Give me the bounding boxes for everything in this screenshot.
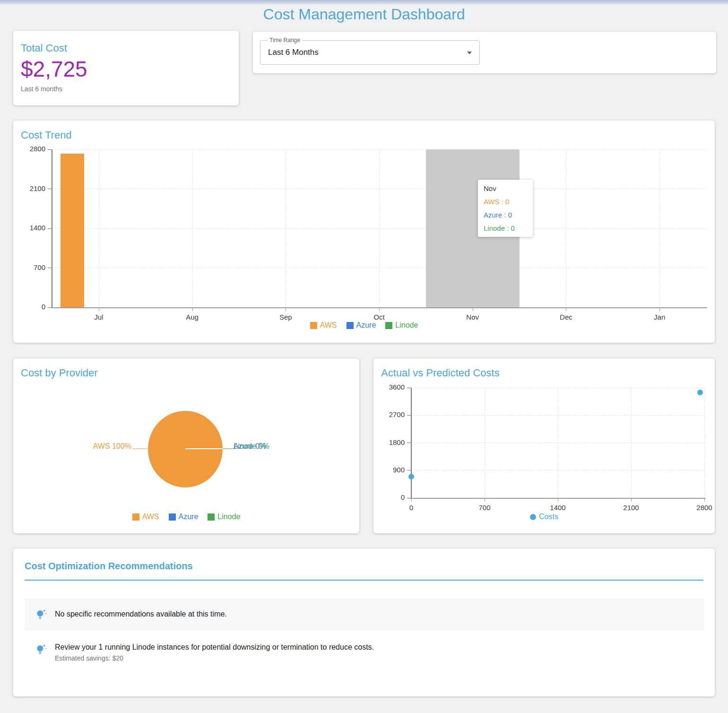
x-axis-label: Jan — [641, 313, 678, 321]
recommendations-divider — [25, 580, 703, 581]
legend-label: AWS — [142, 513, 159, 521]
chevron-down-icon — [467, 52, 472, 54]
tooltip-row: Linode : 0 — [484, 224, 527, 232]
gridline — [566, 149, 566, 307]
y-axis-label: 0 — [376, 493, 405, 501]
legend-label: Azure — [179, 513, 199, 521]
y-tick — [48, 189, 52, 189]
legend-item-aws[interactable]: AWS — [132, 513, 159, 521]
legend-square-icon — [169, 513, 176, 521]
total-cost-period: Last 6 months — [21, 85, 62, 93]
x-tick — [704, 498, 705, 502]
gridline — [192, 149, 193, 307]
actual-vs-predicted-legend: Costs — [373, 513, 715, 521]
x-axis-label: Dec — [547, 313, 585, 321]
legend-circle-icon — [530, 514, 536, 520]
legend-square-icon — [208, 513, 215, 521]
y-axis — [52, 149, 52, 307]
y-axis-label: 0 — [17, 303, 45, 311]
x-axis-label: 700 — [470, 504, 499, 512]
tooltip-row: Azure : 0 — [484, 211, 527, 219]
legend-label: Linode — [395, 321, 418, 330]
y-tick — [407, 388, 411, 388]
time-range-card: Time Range Last 6 Months — [253, 32, 716, 73]
y-tick — [48, 149, 52, 150]
x-axis-label: 2800 — [690, 504, 719, 512]
cost-trend-plot[interactable]: 0700140021002800JulAugSepOctNovDecJanNov… — [52, 149, 706, 307]
gridline — [704, 388, 705, 498]
x-axis-label: 1400 — [544, 504, 572, 512]
time-range-select[interactable]: Time Range Last 6 Months — [260, 40, 480, 65]
legend-item-aws[interactable]: AWS — [310, 321, 337, 330]
scatter-point[interactable] — [697, 390, 703, 395]
recommendation-text: No specific recommendations available at… — [55, 610, 227, 618]
total-cost-title: Total Cost — [21, 42, 67, 54]
recommendation-item: No specific recommendations available at… — [25, 599, 704, 630]
cost-by-provider-card: Cost by Provider AWS 100%Linode 0%Azure … — [13, 358, 359, 533]
legend-item-azure[interactable]: Azure — [347, 321, 376, 330]
cost-by-provider-legend: AWSAzureLinode — [13, 513, 359, 521]
legend-item-linode[interactable]: Linode — [385, 321, 418, 330]
cost-by-provider-plot[interactable]: AWS 100%Linode 0%Azure 0% — [13, 358, 359, 533]
x-axis-label: Sep — [267, 313, 304, 321]
total-cost-card: Total Cost $2,725 Last 6 months — [13, 31, 239, 105]
legend-square-icon — [132, 513, 139, 521]
chart-tooltip: NovAWS : 0Azure : 0Linode : 0 — [478, 180, 533, 237]
legend-label: Linode — [217, 513, 240, 521]
dashboard-screen: Cost Management Dashboard Total Cost $2,… — [0, 0, 728, 713]
y-axis-label: 2800 — [17, 145, 45, 153]
y-tick — [407, 443, 411, 443]
gridline — [379, 149, 380, 307]
actual-vs-predicted-title: Actual vs Predicted Costs — [381, 367, 500, 379]
top-gradient-bar — [0, 0, 728, 6]
x-tick — [485, 498, 485, 502]
y-axis-label: 900 — [376, 466, 405, 474]
gridline — [631, 388, 632, 498]
legend-item-azure[interactable]: Azure — [169, 513, 199, 521]
time-range-select-label: Time Range — [267, 37, 303, 43]
y-axis-label: 1400 — [17, 224, 45, 232]
y-axis-label: 1800 — [376, 438, 405, 446]
tooltip-title: Nov — [484, 184, 527, 192]
tooltip-row: AWS : 0 — [484, 198, 527, 206]
y-axis-label: 700 — [17, 263, 45, 271]
legend-square-icon — [385, 322, 392, 329]
legend-item-costs[interactable]: Costs — [530, 513, 558, 521]
gridline — [99, 149, 99, 307]
gridline — [485, 388, 485, 498]
cost-trend-card: Cost Trend 0700140021002800JulAugSepOctN… — [13, 121, 715, 343]
pie-callout-aws: AWS 100% — [65, 442, 131, 451]
total-cost-value: $2,725 — [21, 56, 87, 82]
gridline — [558, 388, 558, 498]
lightbulb-icon — [35, 608, 47, 620]
recommendations-card: Cost Optimization Recommendations No spe… — [13, 548, 715, 696]
legend-label: Costs — [539, 513, 558, 521]
legend-item-linode[interactable]: Linode — [208, 513, 240, 521]
pie-slice-aws[interactable] — [148, 411, 223, 487]
scatter-point[interactable] — [408, 474, 414, 479]
y-tick — [407, 498, 411, 498]
y-axis-label: 2100 — [17, 184, 45, 192]
actual-vs-predicted-card: Actual vs Predicted Costs 09001800270036… — [373, 358, 715, 533]
bar-aws-jul[interactable] — [61, 154, 84, 307]
page-title: Cost Management Dashboard — [0, 6, 728, 23]
y-axis — [411, 388, 412, 498]
x-axis-label: Oct — [360, 313, 398, 321]
x-axis-label: Nov — [454, 313, 492, 321]
x-tick — [558, 498, 558, 502]
legend-label: Azure — [356, 321, 376, 330]
x-axis-label: 0 — [397, 504, 425, 512]
recommendation-item: Review your 1 running Linode instances f… — [35, 643, 374, 662]
cost-trend-title: Cost Trend — [21, 129, 72, 141]
x-axis-label: Jul — [80, 313, 118, 321]
x-axis — [51, 307, 707, 308]
pie-slice-divider — [185, 448, 223, 449]
y-axis-label: 3600 — [376, 383, 405, 391]
time-range-select-value: Last 6 Months — [268, 48, 319, 57]
y-tick — [407, 470, 411, 470]
legend-label: AWS — [320, 321, 337, 330]
pie-callout-azure: Azure 0% — [234, 442, 266, 451]
recommendation-savings: Estimated savings: $20 — [55, 654, 374, 662]
actual-vs-predicted-plot[interactable]: 09001800270036000700140021002800 — [411, 388, 704, 498]
y-tick — [407, 415, 411, 416]
